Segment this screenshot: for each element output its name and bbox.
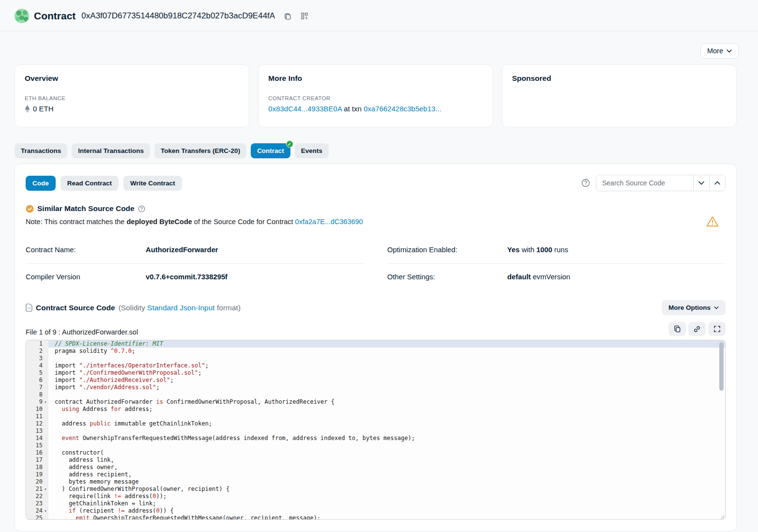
line-number-gutter[interactable]: 22: [26, 493, 48, 500]
line-number-gutter[interactable]: 19: [26, 471, 48, 478]
more-button[interactable]: More: [700, 43, 739, 59]
line-number-gutter[interactable]: 10: [26, 406, 48, 413]
tab[interactable]: Transactions ✓: [15, 143, 67, 158]
fold-arrow-icon[interactable]: ▾: [43, 507, 48, 515]
tab[interactable]: Events ✓: [295, 143, 329, 158]
subtab-label: Read Contract: [67, 180, 112, 187]
sponsored-title: Sponsored: [512, 74, 727, 83]
contract-name-label: Contract Name:: [26, 246, 146, 254]
eth-balance-label: ETH BALANCE: [25, 95, 239, 101]
line-number-gutter[interactable]: 14: [26, 435, 48, 442]
similar-match-section: Similar Match Source Code Note: This con…: [26, 204, 726, 227]
code-text: event OwnershipTransferRequestedWithMess…: [48, 435, 725, 442]
page-header: Contract 0xA3f07D6773514480b918C2742b027…: [0, 0, 758, 31]
more-info-title: More Info: [268, 74, 483, 83]
fold-arrow-icon[interactable]: ▾: [43, 398, 48, 406]
line-number-gutter[interactable]: 25: [26, 515, 48, 519]
line-number-gutter[interactable]: 20: [26, 478, 48, 486]
line-number-gutter[interactable]: 1: [26, 340, 48, 348]
verified-badge-icon: ✓: [286, 140, 293, 148]
line-number: 14: [36, 435, 43, 442]
line-number: 25: [36, 515, 43, 519]
line-number-gutter[interactable]: 23: [26, 500, 48, 507]
warning-triangle-icon[interactable]: [706, 216, 719, 227]
line-number-gutter[interactable]: 2: [26, 348, 48, 355]
line-number-gutter[interactable]: 5: [26, 369, 48, 377]
line-number: 24: [36, 507, 43, 515]
code-text: bytes memory message: [48, 478, 725, 486]
code-line: 1 // SPDX-License-Identifier: MIT: [26, 340, 725, 348]
line-number-gutter[interactable]: 24 ▾: [26, 507, 48, 515]
eth-balance-value: 0 ETH: [33, 105, 54, 113]
tab-label: Contract: [257, 147, 284, 154]
code-line: 14 event OwnershipTransferRequestedWithM…: [26, 435, 725, 442]
similar-match-title: Similar Match Source Code: [37, 204, 135, 213]
grid-icon[interactable]: [301, 12, 308, 20]
compiler-version-value: v0.7.6+commit.7338295f: [146, 273, 227, 281]
code-text: ) ConfirmedOwnerWithProposal(owner, reci…: [48, 486, 725, 493]
line-number: 10: [36, 406, 43, 413]
code-line: 15: [26, 442, 725, 449]
code-line: 23 getChainlinkToken = link;: [26, 500, 725, 507]
contract-name-value: AuthorizedForwarder: [146, 246, 218, 254]
expand-button[interactable]: [708, 322, 726, 336]
permalink-button[interactable]: [688, 322, 706, 336]
line-number-gutter[interactable]: 7: [26, 384, 48, 391]
contract-address: 0xA3f07D6773514480b918C2742b027b3acD9E44…: [81, 11, 275, 21]
line-number-gutter[interactable]: 6: [26, 377, 48, 384]
compiler-version-label: Compiler Version: [26, 273, 146, 281]
line-number-gutter[interactable]: 11: [26, 413, 48, 420]
code-line: 20 bytes memory message: [26, 478, 725, 486]
search-prev-button[interactable]: [693, 175, 709, 191]
help-icon[interactable]: [138, 205, 145, 213]
line-number-gutter[interactable]: 16: [26, 449, 48, 456]
resize-handle[interactable]: [720, 514, 725, 519]
line-number: 20: [36, 478, 43, 486]
subtab[interactable]: Read Contract: [61, 176, 119, 191]
tab[interactable]: Token Transfers (ERC-20) ✓: [154, 143, 246, 158]
line-number: 8: [39, 391, 43, 398]
line-number-gutter[interactable]: 8: [26, 391, 48, 398]
line-number-gutter[interactable]: 17: [26, 456, 48, 464]
code-line: 21 ▾ ) ConfirmedOwnerWithProposal(owner,…: [26, 486, 725, 493]
line-number: 19: [36, 471, 43, 478]
line-number-gutter[interactable]: 21 ▾: [26, 486, 48, 493]
search-next-button[interactable]: [709, 175, 725, 191]
line-number-gutter[interactable]: 12: [26, 420, 48, 427]
subtab[interactable]: Code: [26, 176, 56, 191]
line-number-gutter[interactable]: 4: [26, 362, 48, 369]
code-line: 22 require(link != address(0));: [26, 493, 725, 500]
more-options-button[interactable]: More Options: [662, 300, 726, 315]
subtab[interactable]: Write Contract: [123, 176, 182, 191]
fold-arrow-icon[interactable]: ▾: [43, 486, 48, 493]
line-number-gutter[interactable]: 9 ▾: [26, 398, 48, 406]
contract-metadata: Contract Name: AuthorizedForwarder Compi…: [26, 242, 726, 288]
code-text: if (recipient != address(0)) {: [48, 507, 725, 515]
help-icon[interactable]: [581, 179, 590, 187]
creator-address-link[interactable]: 0x83dC44...4933BE0A: [268, 105, 342, 113]
tab[interactable]: Internal Transactions ✓: [72, 143, 150, 158]
optimization-value: Yes with 1000 runs: [507, 246, 568, 254]
other-settings-label: Other Settings:: [387, 273, 507, 281]
contract-panel: Code Read Contract Write Contract: [15, 164, 737, 532]
line-number-gutter[interactable]: 13: [26, 427, 48, 435]
line-number-gutter[interactable]: 18: [26, 464, 48, 471]
line-number: 1: [39, 340, 43, 348]
line-number: 23: [36, 500, 43, 507]
line-number-gutter[interactable]: 15: [26, 442, 48, 449]
code-scrollbar-thumb[interactable]: [719, 342, 724, 391]
code-text: pragma solidity ^0.7.0;: [48, 348, 725, 355]
creation-txn-link[interactable]: 0xa7662428c3b5eb13...: [364, 105, 441, 113]
more-info-card: More Info CONTRACT CREATOR 0x83dC44...49…: [258, 64, 493, 127]
search-source-input[interactable]: [596, 175, 693, 191]
copy-address-icon[interactable]: [284, 12, 292, 20]
overview-title: Overview: [25, 74, 239, 83]
source-code-editor[interactable]: 1 // SPDX-License-Identifier: MIT 2 prag…: [26, 340, 726, 520]
file-info: File 1 of 9 : AuthorizedForwarder.sol: [26, 328, 138, 336]
line-number: 21: [36, 486, 43, 493]
copy-source-button[interactable]: [668, 322, 686, 336]
line-number: 16: [36, 449, 43, 456]
tab[interactable]: Contract ✓: [251, 143, 290, 158]
code-line: 18 address owner,: [26, 464, 725, 471]
line-number-gutter[interactable]: 3: [26, 355, 48, 362]
